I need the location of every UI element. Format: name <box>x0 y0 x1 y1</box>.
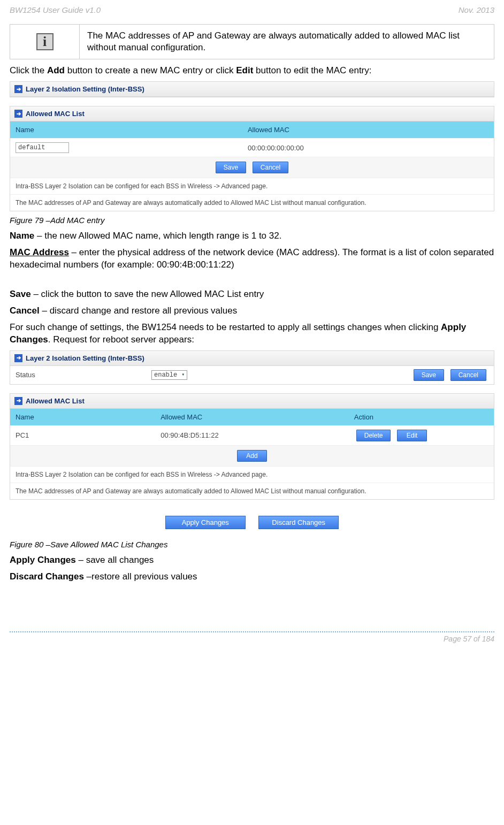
figure-caption-79: Figure 79 –Add MAC entry <box>10 216 494 225</box>
cancel-definition: Cancel – discard change and restore all … <box>10 305 494 317</box>
panel-header: ➔ Layer 2 Isolation Setting (Inter-BSS) <box>10 351 494 366</box>
status-actions: Save Cancel <box>411 369 488 381</box>
header-right: Nov. 2013 <box>459 5 494 14</box>
bold-add: Add <box>47 65 65 75</box>
def-desc: – discard change and restore all previou… <box>40 305 238 316</box>
text-frag: button to edit the MAC entry: <box>253 65 371 75</box>
text-frag: button to create a new MAC entry or clic… <box>65 65 236 75</box>
button-row: Save Cancel <box>10 157 494 178</box>
allowed-mac-table: Name Allowed MAC default 00:00:00:00:00:… <box>10 121 494 157</box>
delete-button[interactable]: Delete <box>356 430 391 441</box>
arrow-right-icon: ➔ <box>14 110 22 118</box>
cancel-button[interactable]: Cancel <box>450 369 486 381</box>
def-term: Save <box>10 289 31 299</box>
allowed-mac-list-panel: ➔ Allowed MAC List Name Allowed MAC defa… <box>10 106 494 211</box>
col-header-name: Name <box>10 409 155 426</box>
def-desc: – enter the physical address of the netw… <box>10 247 494 270</box>
panel-title: Layer 2 Isolation Setting (Inter-BSS) <box>26 354 144 362</box>
info-icon: i <box>36 33 54 50</box>
def-term: MAC Address <box>10 247 69 257</box>
def-desc: –restore all previous values <box>84 571 197 582</box>
layer2-isolation-panel: ➔ Layer 2 Isolation Setting (Inter-BSS) <box>10 81 494 97</box>
col-header-action: Action <box>349 409 494 426</box>
cell-mac: 00:00:00:00:00:00 <box>242 139 494 157</box>
col-header-name: Name <box>10 121 242 139</box>
page-header: BW1254 User Guide v1.0 Nov. 2013 <box>10 5 494 14</box>
table-row: PC1 00:90:4B:D5:11:22 Delete Edit <box>10 425 494 445</box>
name-input[interactable]: default <box>16 142 69 153</box>
note-text: Intra-BSS Layer 2 Isolation can be confi… <box>10 178 494 194</box>
header-left: BW1254 User Guide v1.0 <box>10 5 101 14</box>
status-label: Status <box>16 371 144 379</box>
figure-caption-80: Figure 80 –Save Allowed MAC List Changes <box>10 540 494 549</box>
cell-mac: 00:90:4B:D5:11:22 <box>155 425 349 445</box>
status-select[interactable]: enable <box>151 370 187 380</box>
text-frag: Click the <box>10 65 47 75</box>
panel-title: Allowed MAC List <box>26 397 85 405</box>
text-frag: . Request for reboot server appears: <box>48 334 194 345</box>
cell-action: Delete Edit <box>349 425 494 445</box>
save-button[interactable]: Save <box>414 369 444 381</box>
panel-header: ➔ Layer 2 Isolation Setting (Inter-BSS) <box>10 82 494 97</box>
text-frag: For such change of settings, the BW1254 … <box>10 322 441 332</box>
cancel-button[interactable]: Cancel <box>253 162 288 173</box>
note-text: Intra-BSS Layer 2 Isolation can be confi… <box>10 466 494 483</box>
click-add-text: Click the Add button to create a new MAC… <box>10 65 494 77</box>
global-button-row: Apply Changes Discard Changes <box>10 516 494 529</box>
table-header-row: Name Allowed MAC Action <box>10 409 494 426</box>
cell-name: PC1 <box>10 425 155 445</box>
def-desc: – save all changes <box>76 555 154 565</box>
page-number: Page 57 of 184 <box>444 635 494 643</box>
table-header-row: Name Allowed MAC <box>10 121 494 139</box>
col-header-mac: Allowed MAC <box>155 409 349 426</box>
panel-title: Layer 2 Isolation Setting (Inter-BSS) <box>26 85 144 93</box>
arrow-right-icon: ➔ <box>14 354 22 362</box>
layer2-isolation-panel-2: ➔ Layer 2 Isolation Setting (Inter-BSS) … <box>10 350 494 385</box>
discard-definition: Discard Changes –restore all previous va… <box>10 571 494 583</box>
info-box-icon-cell: i <box>10 25 80 59</box>
status-row: Status enable Save Cancel <box>10 366 494 384</box>
def-term: Name <box>10 231 34 241</box>
panel-header: ➔ Allowed MAC List <box>10 106 494 121</box>
col-header-mac: Allowed MAC <box>242 121 494 139</box>
note-text: The MAC addresses of AP and Gateway are … <box>10 483 494 499</box>
info-box-text: The MAC addresses of AP and Gateway are … <box>80 25 494 59</box>
name-definition: Name – the new Allowed MAC name, which l… <box>10 230 494 242</box>
def-term: Discard Changes <box>10 571 84 582</box>
apply-changes-button[interactable]: Apply Changes <box>165 516 246 529</box>
button-row: Add <box>10 445 494 466</box>
add-button[interactable]: Add <box>237 450 267 462</box>
cell-name: default <box>10 139 242 157</box>
edit-button[interactable]: Edit <box>397 430 427 441</box>
panel-title: Allowed MAC List <box>26 110 85 118</box>
allowed-mac-table-2: Name Allowed MAC Action PC1 00:90:4B:D5:… <box>10 409 494 445</box>
save-definition: Save – click the button to save the new … <box>10 288 494 301</box>
mac-definition: MAC Address – enter the physical address… <box>10 247 494 271</box>
arrow-right-icon: ➔ <box>14 85 22 93</box>
arrow-right-icon: ➔ <box>14 397 22 405</box>
allowed-mac-list-panel-2: ➔ Allowed MAC List Name Allowed MAC Acti… <box>10 393 494 500</box>
bold-edit: Edit <box>236 65 253 75</box>
save-button[interactable]: Save <box>216 162 246 173</box>
def-term: Apply Changes <box>10 555 76 565</box>
def-term: Cancel <box>10 305 40 316</box>
def-desc: – click the button to save the new Allow… <box>31 289 264 299</box>
note-text: The MAC addresses of AP and Gateway are … <box>10 194 494 211</box>
table-row: default 00:00:00:00:00:00 <box>10 139 494 157</box>
restart-note: For such change of settings, the BW1254 … <box>10 322 494 346</box>
page-footer: Page 57 of 184 <box>10 631 494 643</box>
apply-definition: Apply Changes – save all changes <box>10 554 494 567</box>
panel-header: ➔ Allowed MAC List <box>10 394 494 409</box>
discard-changes-button[interactable]: Discard Changes <box>258 516 339 529</box>
def-desc: – the new Allowed MAC name, which length… <box>34 231 281 241</box>
info-box: i The MAC addresses of AP and Gateway ar… <box>10 24 494 59</box>
